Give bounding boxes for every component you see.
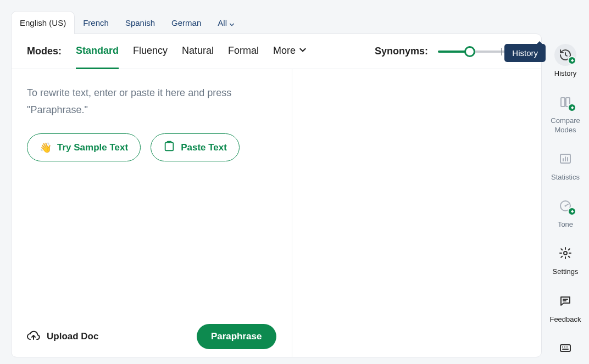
language-tabs: English (US) French Spanish German All [11,11,542,34]
paste-text-button[interactable]: Paste Text [151,133,240,161]
language-tab-label: English (US) [20,18,66,27]
mode-more-label: More [273,45,296,57]
synonyms-section: Synonyms: ◆ [375,45,526,58]
sidebar-item-label: Tone [558,220,573,229]
chevron-down-icon [299,45,307,57]
slider-tick [501,48,502,55]
paraphrase-button[interactable]: Paraphrase [197,324,276,349]
button-label: Paraphrase [211,331,262,341]
tooltip-text: History [512,48,538,58]
tone-icon: ◆ [554,195,576,217]
paraphraser-panel: Modes: Standard Fluency Natural Formal M… [11,33,542,357]
mode-more-dropdown[interactable]: More [273,34,307,69]
synonyms-label: Synonyms: [375,46,428,57]
sidebar-item-label: Settings [553,267,579,276]
editor-input-pane[interactable]: To rewrite text, enter or paste it here … [12,69,292,357]
language-tab-german[interactable]: German [163,12,209,34]
modes-label: Modes: [27,46,62,57]
settings-icon [554,242,576,264]
language-tab-label: Spanish [125,18,155,27]
wave-icon: 👋 [40,142,52,154]
feedback-icon [554,290,576,312]
sidebar-item-label: History [554,69,576,78]
sidebar-item-compare-modes[interactable]: ◆ Compare Modes [542,91,589,135]
sidebar-item-tone[interactable]: ◆ Tone [542,195,589,229]
mode-tab-standard[interactable]: Standard [76,34,119,69]
sidebar-item-history[interactable]: ◆ History [542,44,589,78]
editor-action-row: 👋 Try Sample Text Paste Text [27,133,276,161]
mode-tab-fluency[interactable]: Fluency [133,34,168,69]
stats-icon [554,148,576,170]
modes-bar: Modes: Standard Fluency Natural Formal M… [12,34,541,69]
mode-tab-label: Fluency [133,45,168,57]
language-tab-spanish[interactable]: Spanish [117,12,163,34]
svg-point-6 [564,251,567,255]
cloud-upload-icon [27,329,40,345]
premium-icon: ◆ [568,56,576,65]
history-tooltip: History [504,44,546,62]
language-tab-label: German [171,18,201,27]
mode-tab-natural[interactable]: Natural [182,34,214,69]
sidebar-item-hotkeys[interactable]: Hotkeys [542,337,589,364]
language-tab-label: All [218,18,227,27]
svg-rect-7 [560,345,570,351]
mode-tab-formal[interactable]: Formal [228,34,259,69]
chevron-down-icon [229,20,235,25]
slider-thumb[interactable] [464,46,475,57]
premium-icon: ◆ [568,207,576,216]
mode-tab-label: Standard [76,45,119,57]
clipboard-icon [163,140,175,155]
mode-tab-label: Natural [182,45,214,57]
svg-point-5 [565,205,566,207]
sidebar-item-label: Compare Modes [542,116,589,135]
sidebar-item-statistics[interactable]: Statistics [542,148,589,182]
svg-rect-0 [168,142,171,143]
hotkeys-icon [554,337,576,359]
button-label: Try Sample Text [57,142,128,153]
sidebar-item-feedback[interactable]: Feedback [542,290,589,324]
sidebar-item-settings[interactable]: Settings [542,242,589,276]
language-tab-french[interactable]: French [75,12,117,34]
editor-placeholder: To rewrite text, enter or paste it here … [27,85,276,118]
premium-icon: ◆ [568,103,576,112]
editor-bottom-row: Upload Doc Paraphrase [27,324,276,349]
svg-rect-1 [561,98,565,107]
language-tab-label: French [83,18,109,27]
language-tab-english[interactable]: English (US) [11,11,75,34]
history-icon: ◆ [554,44,576,66]
sidebar-item-label: Statistics [551,173,580,182]
try-sample-text-button[interactable]: 👋 Try Sample Text [27,133,141,161]
button-label: Paste Text [181,142,227,153]
editor-split: To rewrite text, enter or paste it here … [12,69,541,357]
language-tab-all[interactable]: All [209,12,243,34]
button-label: Upload Doc [47,331,98,342]
upload-doc-button[interactable]: Upload Doc [27,329,98,345]
sidebar-item-label: Feedback [549,315,581,324]
compare-icon: ◆ [554,91,576,113]
right-sidebar: ◆ History ◆ Compare Modes Statistics ◆ [542,0,589,364]
editor-output-pane [292,69,542,357]
mode-tab-label: Formal [228,45,259,57]
